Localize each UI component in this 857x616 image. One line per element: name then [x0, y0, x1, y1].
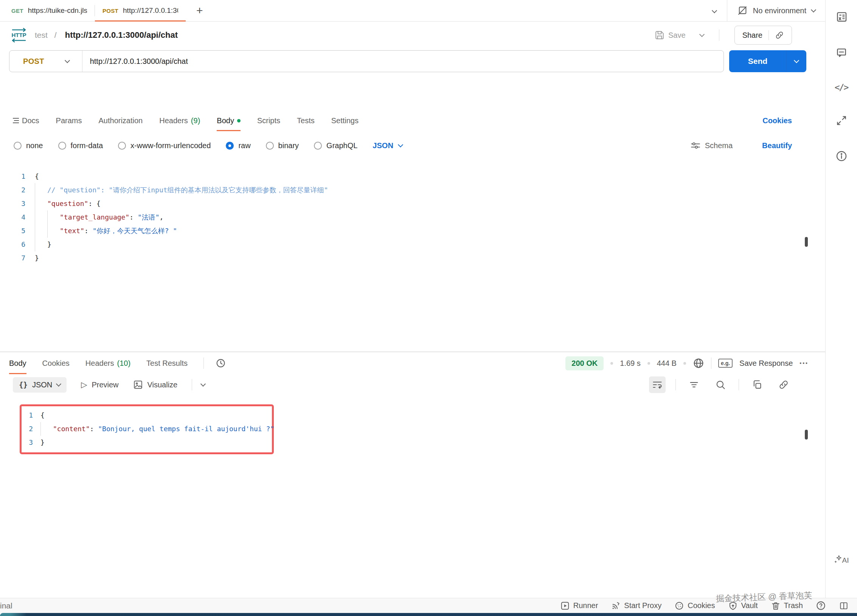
- cookies-link[interactable]: Cookies: [762, 116, 792, 125]
- status-bar: inal 掘金技术社区 @ 香草泡芙 Runner Start Proxy: [0, 598, 857, 613]
- beautify-button[interactable]: Beautify: [762, 141, 792, 150]
- tab-scripts[interactable]: Scripts: [257, 110, 280, 131]
- wrap-lines-icon: [652, 379, 663, 390]
- environment-selector[interactable]: No environment: [727, 0, 825, 21]
- line-number: 2: [22, 422, 33, 436]
- response-body-panel: 1 { 2 "content": "Bonjour, quel temps fa…: [0, 404, 825, 454]
- status-badge[interactable]: 200 OK: [565, 356, 604, 370]
- radio-graphql[interactable]: GraphQL: [314, 141, 357, 150]
- tab-body[interactable]: Body: [217, 110, 241, 131]
- modified-dot: [237, 119, 241, 122]
- copy-button[interactable]: [749, 376, 765, 393]
- response-time[interactable]: 1.69 s: [620, 359, 640, 368]
- radio-none[interactable]: none: [14, 141, 43, 150]
- response-tab-test-results[interactable]: Test Results: [146, 352, 188, 374]
- indent-guide: [35, 197, 35, 210]
- line-number: 4: [0, 210, 25, 224]
- send-button[interactable]: Send: [729, 50, 806, 72]
- preview-button[interactable]: ▷ Preview: [81, 380, 118, 389]
- format-value: JSON: [32, 381, 52, 389]
- chevron-down-icon: [65, 57, 70, 63]
- send-options[interactable]: [787, 60, 806, 62]
- headers-count: (10): [117, 359, 130, 368]
- breadcrumb-collection[interactable]: test: [35, 31, 48, 40]
- indent-guide: [35, 238, 35, 251]
- more-options-icon[interactable]: •••: [800, 360, 809, 366]
- help-button[interactable]: [816, 601, 826, 611]
- collapse-panel-button[interactable]: [836, 115, 847, 127]
- radio-circle: [14, 142, 22, 150]
- chevron-down-icon: [56, 381, 61, 386]
- indent-guide: [35, 210, 35, 224]
- link-button[interactable]: [775, 376, 792, 393]
- code-snippet-button[interactable]: </>: [835, 82, 848, 92]
- tab-authorization[interactable]: Authorization: [98, 110, 143, 131]
- chevron-down-icon[interactable]: [200, 381, 206, 386]
- toggle-panel-button[interactable]: [839, 601, 849, 611]
- tab-params[interactable]: Params: [56, 110, 82, 131]
- trash-icon: [771, 601, 781, 611]
- method-select[interactable]: POST: [9, 57, 82, 66]
- scrollbar-thumb[interactable]: [805, 237, 808, 247]
- url-input[interactable]: [82, 57, 723, 66]
- save-button[interactable]: Save: [655, 30, 686, 40]
- request-tab-get[interactable]: GET https://tuike-cdn.jlsgpre: [4, 0, 95, 21]
- indent-guide: [40, 422, 41, 436]
- share-button[interactable]: Share: [734, 26, 792, 45]
- line-number: 2: [0, 183, 25, 197]
- request-title[interactable]: http://127.0.0.1:3000/api/chat: [65, 30, 178, 40]
- response-tab-cookies[interactable]: Cookies: [42, 352, 70, 374]
- response-size[interactable]: 444 B: [657, 359, 677, 368]
- save-options-chevron-icon[interactable]: [699, 31, 705, 37]
- schema-button[interactable]: Schema: [691, 141, 733, 150]
- terminal-label[interactable]: inal: [0, 601, 12, 610]
- info-icon: [835, 150, 848, 162]
- radio-raw[interactable]: raw: [226, 141, 250, 150]
- radio-x-www-form-urlencoded[interactable]: x-www-form-urlencoded: [118, 141, 211, 150]
- search-button[interactable]: [712, 376, 729, 393]
- request-tab-post[interactable]: POST http://127.0.0.1:3000/ap: [95, 0, 186, 21]
- environment-quick-look-button[interactable]: [835, 11, 848, 24]
- visualize-button[interactable]: Visualize: [133, 380, 178, 390]
- tab-list-chevron-icon[interactable]: [712, 8, 717, 13]
- response-tab-body[interactable]: Body: [9, 352, 26, 374]
- response-toolbar: {} JSON ▷ Preview Visualize: [0, 374, 825, 395]
- help-icon: [816, 601, 826, 611]
- runner-icon: [560, 601, 570, 611]
- tab-settings[interactable]: Settings: [331, 110, 359, 131]
- tab-headers[interactable]: Headers (9): [159, 110, 200, 131]
- history-icon[interactable]: [215, 358, 226, 368]
- new-tab-button[interactable]: +: [193, 5, 207, 16]
- request-bar: POST Send: [0, 49, 825, 72]
- indent-guide: [35, 224, 35, 238]
- ai-assistant-button[interactable]: AI: [834, 555, 849, 565]
- runner-button[interactable]: Runner: [560, 601, 598, 611]
- vault-button[interactable]: Vault: [728, 601, 758, 611]
- scrollbar-thumb[interactable]: [805, 430, 808, 440]
- copy-link-icon[interactable]: [775, 31, 784, 40]
- comments-button[interactable]: [835, 46, 848, 60]
- language-select[interactable]: JSON: [373, 141, 402, 150]
- trash-button[interactable]: Trash: [771, 601, 803, 611]
- start-proxy-button[interactable]: Start Proxy: [611, 601, 661, 611]
- response-format-select[interactable]: {} JSON: [13, 377, 67, 393]
- sliders-icon: [691, 141, 700, 150]
- filter-button[interactable]: [686, 376, 702, 393]
- response-tab-headers[interactable]: Headers (10): [85, 352, 130, 374]
- radio-binary[interactable]: binary: [266, 141, 299, 150]
- globe-icon[interactable]: [693, 358, 704, 369]
- environment-label: No environment: [753, 6, 806, 15]
- chevron-down-icon: [811, 7, 816, 12]
- request-tabs: Docs Params Authorization Headers (9) Bo…: [0, 110, 825, 131]
- wrap-lines-button[interactable]: [649, 376, 666, 393]
- info-button[interactable]: [835, 150, 848, 163]
- cookies-button[interactable]: Cookies: [674, 601, 715, 611]
- save-response-button[interactable]: Save Response: [739, 359, 793, 368]
- code-line: 7 }: [0, 251, 825, 265]
- request-body-editor[interactable]: 1 { 2 // "question": "请你介绍下input组件的基本用法以…: [0, 170, 825, 352]
- body-type-options: none form-data x-www-form-urlencoded raw…: [0, 137, 825, 154]
- tab-docs[interactable]: Docs: [13, 110, 39, 131]
- tab-tests[interactable]: Tests: [297, 110, 315, 131]
- no-environment-icon: [737, 5, 748, 16]
- radio-form-data[interactable]: form-data: [58, 141, 103, 150]
